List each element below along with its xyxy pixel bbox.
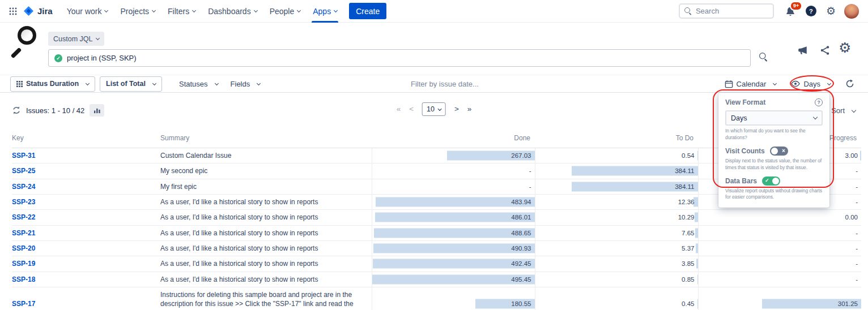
issue-key-link[interactable]: SSP-19	[12, 260, 35, 268]
refresh-icon[interactable]	[12, 106, 21, 115]
in-progress-cell: -	[698, 272, 861, 287]
page-size-select[interactable]: 10	[422, 102, 446, 116]
nav-item-projects[interactable]: Projects	[114, 0, 161, 23]
duration-value: -	[856, 183, 861, 190]
nav-item-label: Dashboards	[208, 7, 251, 16]
duration-value: -	[529, 183, 535, 190]
global-search[interactable]	[679, 3, 774, 19]
user-avatar[interactable]	[844, 4, 859, 19]
summary-cell: Custom Calendar Issue	[160, 148, 372, 163]
issue-key-link[interactable]: SSP-20	[12, 244, 35, 252]
chevron-down-icon	[254, 8, 258, 12]
nav-item-people[interactable]: People	[263, 0, 307, 23]
column-header-summary[interactable]: Summary	[160, 129, 372, 148]
visit-counts-toggle[interactable]	[770, 147, 788, 156]
statuses-dropdown[interactable]: Statuses	[179, 80, 218, 88]
issue-key-link[interactable]: SSP-17	[12, 300, 35, 308]
issue-key-link[interactable]: SSP-21	[12, 229, 35, 237]
create-button[interactable]: Create	[349, 3, 386, 19]
key-cell: SSP-18	[12, 272, 160, 287]
chevron-down-icon	[773, 81, 777, 85]
nav-item-your-work[interactable]: Your work	[61, 0, 114, 23]
data-bars-toggle[interactable]	[762, 176, 780, 186]
data-bars-row: Data Bars	[725, 176, 823, 186]
jql-input[interactable]	[67, 54, 744, 62]
done-cell: 267.03	[372, 148, 535, 163]
issue-key-link[interactable]: SSP-31	[12, 152, 35, 160]
list-type-label: List of Total	[106, 80, 146, 88]
nav-item-dashboards[interactable]: Dashboards	[202, 0, 263, 23]
nav-item-apps[interactable]: Apps	[307, 0, 343, 23]
jql-field[interactable]	[48, 49, 751, 67]
settings-gear-icon[interactable]	[826, 6, 836, 16]
issue-key-link[interactable]: SSP-25	[12, 167, 35, 175]
jql-mode-label: Custom JQL	[53, 35, 92, 43]
share-icon[interactable]	[820, 45, 830, 55]
notifications-button[interactable]: 9+	[785, 6, 795, 16]
sort-dropdown[interactable]: Sort	[831, 106, 856, 115]
fields-label: Fields	[231, 80, 250, 88]
app-switcher-icon[interactable]	[7, 5, 19, 18]
announcement-megaphone-icon[interactable]	[798, 45, 808, 55]
in-progress-cell: 0.00	[698, 210, 861, 225]
jira-logo[interactable]: Jira	[23, 5, 53, 17]
issue-key-link[interactable]: SSP-22	[12, 213, 35, 221]
duration-value: 3.85	[682, 260, 697, 267]
column-header-key[interactable]: Key	[12, 129, 160, 148]
issue-key-link[interactable]: SSP-23	[12, 198, 35, 206]
jql-mode-button[interactable]: Custom JQL	[48, 32, 104, 46]
nav-item-label: Projects	[120, 7, 149, 16]
help-icon[interactable]	[806, 6, 816, 16]
key-cell: SSP-22	[12, 210, 160, 225]
format-select[interactable]: Days	[725, 110, 823, 126]
plugin-logo-magnifier-icon	[9, 25, 44, 62]
chevron-down-icon	[152, 8, 156, 12]
issue-key-link[interactable]: SSP-24	[12, 183, 35, 191]
statuses-label: Statuses	[179, 80, 208, 88]
done-cell: 492.45	[372, 256, 535, 272]
last-page-button[interactable]: »	[467, 105, 472, 113]
nav-item-label: People	[270, 7, 295, 16]
prev-page-button[interactable]: <	[409, 105, 414, 113]
duration-value: -	[856, 245, 861, 252]
pagination: « < 10 > »	[397, 102, 472, 116]
chevron-down-icon	[104, 8, 108, 12]
issue-date-filter-input[interactable]	[411, 80, 569, 88]
panel-help-icon[interactable]	[815, 98, 823, 106]
run-search-icon[interactable]	[759, 53, 768, 61]
duration-value: 0.85	[682, 276, 697, 283]
table-row: SSP-18As a user, I'd like a historical s…	[12, 272, 861, 287]
issue-key-link[interactable]: SSP-18	[12, 275, 35, 283]
report-settings-gear-icon[interactable]	[839, 41, 851, 55]
summary-cell: As a user, I'd like a historical story t…	[160, 256, 372, 272]
summary-cell: Instructions for deleting this sample bo…	[160, 287, 372, 310]
report-query-section: Custom JQL	[0, 23, 868, 75]
data-bars-help-text: Visualize report outputs without drawing…	[725, 188, 823, 201]
duration-value: -	[856, 230, 861, 236]
view-format-dropdown[interactable]: Days	[791, 80, 831, 88]
data-bar	[372, 274, 535, 284]
next-page-button[interactable]: >	[454, 105, 459, 113]
duration-value: 486.01	[511, 214, 534, 221]
in-progress-cell: -	[698, 240, 861, 256]
nav-item-filters[interactable]: Filters	[161, 0, 202, 23]
grid-icon	[16, 81, 23, 87]
nav-item-label: Filters	[168, 7, 189, 16]
chevron-down-icon	[852, 107, 856, 112]
global-search-input[interactable]	[696, 7, 768, 15]
chevron-down-icon	[86, 81, 90, 85]
search-icon	[684, 7, 692, 15]
column-header-done[interactable]: Done	[372, 129, 535, 148]
export-icon[interactable]	[845, 79, 854, 88]
list-type-button[interactable]: List of Total	[100, 76, 162, 92]
first-page-button[interactable]: «	[397, 105, 401, 113]
valid-query-check-icon	[54, 54, 62, 62]
report-type-button[interactable]: Status Duration	[10, 76, 95, 92]
chart-view-button[interactable]	[90, 104, 104, 117]
column-header-todo[interactable]: To Do	[535, 129, 698, 148]
todo-cell: 7.65	[535, 225, 698, 240]
data-bar	[373, 259, 534, 269]
fields-dropdown[interactable]: Fields	[231, 80, 261, 88]
calendar-dropdown[interactable]: Calendar	[725, 80, 777, 88]
report-toolbar: Status Duration List of Total Statuses F…	[0, 75, 868, 93]
